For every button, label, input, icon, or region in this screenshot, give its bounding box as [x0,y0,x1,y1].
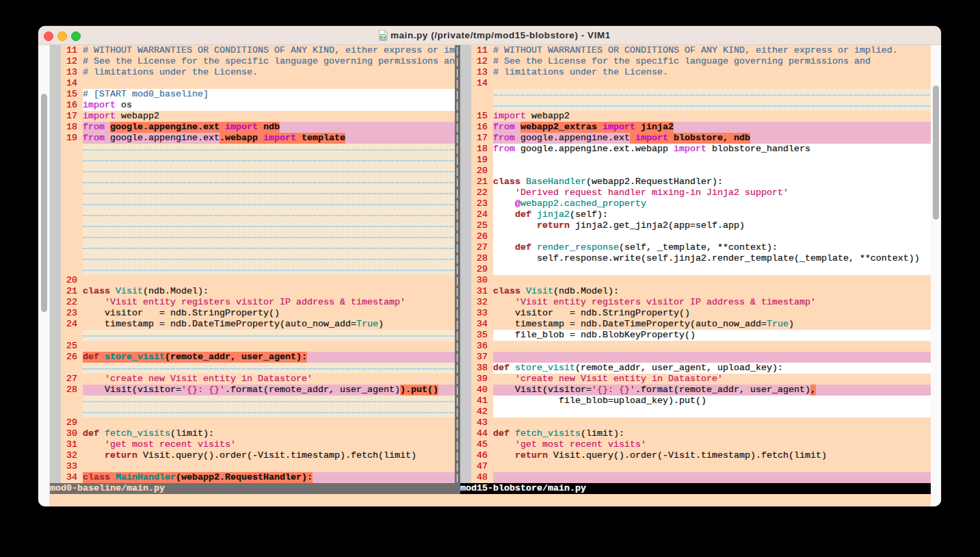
svg-text:py: py [381,34,386,39]
